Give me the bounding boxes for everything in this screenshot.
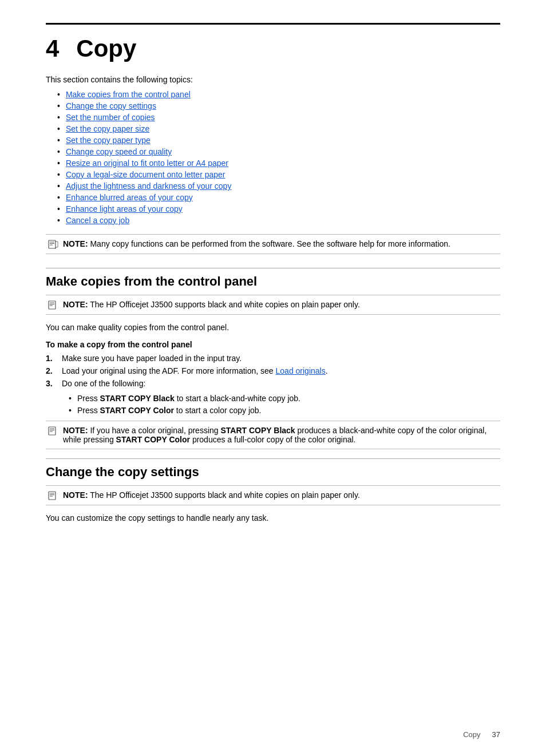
topic-link-5[interactable]: Set the copy paper type (66, 136, 151, 145)
list-item: Make copies from the control panel (57, 90, 500, 99)
note-svg-icon-4 (48, 491, 58, 500)
note-icon-4 (48, 491, 58, 500)
svg-rect-8 (49, 427, 56, 435)
section1-note2-text: NOTE: If you have a color original, pres… (63, 426, 498, 444)
section1-heading: Make copies from the control panel (46, 274, 500, 289)
intro-text: This section contains the following topi… (46, 75, 500, 84)
section-change-settings: Change the copy settings NOTE: The HP Of… (46, 458, 500, 523)
svg-rect-0 (49, 240, 56, 248)
chapter-number: 4 (46, 35, 59, 62)
footer-label: Copy (463, 730, 480, 739)
topic-link-6[interactable]: Change copy speed or quality (66, 147, 172, 156)
intro-note: NOTE: Many copy functions can be perform… (46, 239, 500, 249)
topic-link-12[interactable]: Cancel a copy job (66, 216, 129, 225)
page: 4 Copy This section contains the followi… (0, 0, 546, 756)
chapter-heading: 4 Copy (46, 35, 500, 62)
topic-link-7[interactable]: Resize an original to fit onto letter or… (66, 159, 228, 168)
section1-note2-wrapper: NOTE: If you have a color original, pres… (46, 421, 500, 449)
top-rule (46, 23, 500, 25)
chapter-title: Copy (76, 35, 136, 62)
section1-intro: You can make quality copies from the con… (46, 323, 500, 332)
steps-list: 1. Make sure you have paper loaded in th… (46, 354, 500, 388)
list-item: Enhance light areas of your copy (57, 204, 500, 213)
section-make-copies: Make copies from the control panel NOTE:… (46, 268, 500, 449)
topic-link-10[interactable]: Enhance blurred areas of your copy (66, 193, 193, 202)
bullet-1: Press START COPY Black to start a black-… (69, 394, 500, 403)
section2-rule (46, 458, 500, 459)
section2-intro: You can customize the copy settings to h… (46, 513, 500, 523)
intro-note-text: NOTE: Many copy functions can be perform… (63, 239, 450, 248)
section2-note1-wrapper: NOTE: The HP Officejet J3500 supports bl… (46, 485, 500, 505)
topic-link-4[interactable]: Set the copy paper size (66, 124, 149, 133)
section1-note1-wrapper: NOTE: The HP Officejet J3500 supports bl… (46, 295, 500, 315)
section1-note1-body: The HP Officejet J3500 supports black an… (90, 300, 360, 309)
list-item: Set the copy paper size (57, 124, 500, 133)
bullet-2: Press START COPY Color to start a color … (69, 406, 500, 415)
section2-note1: NOTE: The HP Officejet J3500 supports bl… (46, 490, 500, 500)
topic-link-11[interactable]: Enhance light areas of your copy (66, 204, 183, 213)
load-originals-link[interactable]: Load originals (276, 366, 326, 375)
bullet-list: Press START COPY Black to start a black-… (69, 394, 500, 415)
section1-note1-text: NOTE: The HP Officejet J3500 supports bl… (63, 300, 360, 309)
section1-rule (46, 268, 500, 268)
section2-note1-body: The HP Officejet J3500 supports black an… (90, 490, 360, 500)
section2-heading: Change the copy settings (46, 465, 500, 480)
intro-note-body: Many copy functions can be performed fro… (90, 239, 450, 248)
topic-link-1[interactable]: Make copies from the control panel (66, 90, 191, 99)
list-item: Copy a legal-size document onto letter p… (57, 170, 500, 179)
section1-note1: NOTE: The HP Officejet J3500 supports bl… (46, 300, 500, 310)
section1-sub-heading: To make a copy from the control panel (46, 340, 500, 349)
note-svg-icon (48, 240, 58, 249)
note-icon-2 (48, 300, 58, 310)
note-svg-icon-2 (48, 300, 58, 310)
list-item: Set the number of copies (57, 113, 500, 122)
svg-rect-4 (49, 301, 56, 309)
topic-link-2[interactable]: Change the copy settings (66, 101, 156, 110)
step-2: 2. Load your original using the ADF. For… (46, 366, 500, 375)
section1-note2: NOTE: If you have a color original, pres… (46, 426, 500, 444)
list-item: Cancel a copy job (57, 216, 500, 225)
list-item: Change copy speed or quality (57, 147, 500, 156)
note-icon (48, 240, 58, 249)
footer: Copy 37 (463, 730, 500, 739)
section2-note1-text: NOTE: The HP Officejet J3500 supports bl… (63, 490, 360, 500)
footer-page-number: 37 (492, 730, 500, 739)
topic-link-9[interactable]: Adjust the lightness and darkness of you… (66, 181, 232, 191)
list-item: Resize an original to fit onto letter or… (57, 159, 500, 168)
topic-list: Make copies from the control panel Chang… (57, 90, 500, 225)
note-icon-3 (48, 426, 58, 436)
svg-rect-12 (49, 492, 56, 500)
note-svg-icon-3 (48, 426, 58, 436)
step-1: 1. Make sure you have paper loaded in th… (46, 354, 500, 363)
list-item: Set the copy paper type (57, 136, 500, 145)
list-item: Enhance blurred areas of your copy (57, 193, 500, 202)
topic-link-8[interactable]: Copy a legal-size document onto letter p… (66, 170, 225, 179)
step-3: 3. Do one of the following: (46, 379, 500, 388)
topic-link-3[interactable]: Set the number of copies (66, 113, 155, 122)
intro-note-wrapper: NOTE: Many copy functions can be perform… (46, 234, 500, 254)
list-item: Change the copy settings (57, 101, 500, 110)
list-item: Adjust the lightness and darkness of you… (57, 181, 500, 191)
